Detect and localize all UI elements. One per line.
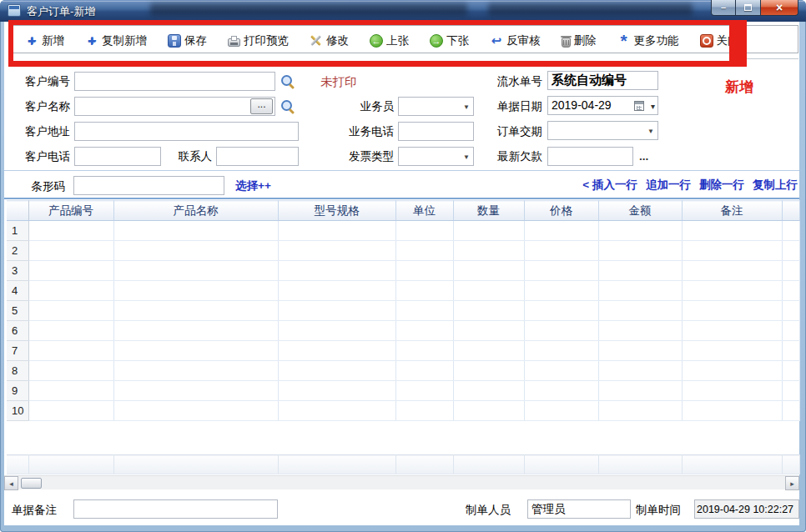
delete-row-link[interactable]: 删除一行 xyxy=(699,178,744,193)
grid-cell[interactable] xyxy=(598,321,682,341)
search-icon[interactable] xyxy=(280,74,295,88)
grid-cell[interactable] xyxy=(278,261,395,281)
toolbar-button-next[interactable]: → 下张 xyxy=(430,33,469,48)
grid-cell[interactable] xyxy=(682,401,782,421)
toolbar-button-unaudit[interactable]: ↩ 反审核 xyxy=(490,33,541,48)
grid-cell[interactable] xyxy=(113,401,278,421)
scroll-left-button[interactable]: ◂ xyxy=(4,476,18,490)
grid-cell[interactable] xyxy=(113,381,278,401)
grid-cell[interactable] xyxy=(395,401,453,421)
grid-cell[interactable] xyxy=(524,261,598,281)
grid-cell[interactable] xyxy=(453,281,524,301)
grid-cell[interactable] xyxy=(278,341,395,361)
chevron-down-icon[interactable]: ▼ xyxy=(463,154,470,161)
grid-cell[interactable] xyxy=(113,281,278,301)
toolbar-button-print-preview[interactable]: 打印预览 xyxy=(228,33,289,48)
grid-cell[interactable] xyxy=(682,361,782,381)
append-row-link[interactable]: 追加一行 xyxy=(646,178,691,193)
grid-cell[interactable] xyxy=(113,361,278,381)
grid-cell[interactable] xyxy=(278,401,395,421)
grid-cell[interactable] xyxy=(524,241,598,261)
grid-cell[interactable] xyxy=(524,381,598,401)
invoice-type-select[interactable]: ▼ xyxy=(398,147,474,166)
grid-cell[interactable] xyxy=(598,301,682,321)
grid-cell[interactable] xyxy=(278,241,395,261)
browse-button[interactable]: ... xyxy=(250,98,273,114)
grid-cell[interactable] xyxy=(28,321,113,341)
grid-cell[interactable] xyxy=(453,401,524,421)
grid-cell[interactable] xyxy=(113,341,278,361)
grid-cell[interactable] xyxy=(682,221,782,241)
toolbar-button-more[interactable]: * 更多功能 xyxy=(617,33,679,48)
grid-cell[interactable] xyxy=(28,261,113,281)
customer-no-input[interactable] xyxy=(74,72,275,91)
toolbar-button-save[interactable]: 保存 xyxy=(168,33,207,48)
grid-cell[interactable] xyxy=(113,221,278,241)
grid-cell[interactable] xyxy=(453,241,524,261)
grid-cell[interactable] xyxy=(278,301,395,321)
grid-cell[interactable] xyxy=(395,361,453,381)
grid-cell[interactable] xyxy=(453,341,524,361)
grid-cell[interactable] xyxy=(395,261,453,281)
grid-cell[interactable] xyxy=(524,401,598,421)
chevron-down-icon[interactable]: ▾ xyxy=(651,103,655,111)
barcode-input[interactable] xyxy=(73,176,224,195)
grid-cell[interactable] xyxy=(113,261,278,281)
minimize-button[interactable]: – xyxy=(711,0,736,16)
grid-cell[interactable] xyxy=(278,321,395,341)
grid-cell[interactable] xyxy=(113,241,278,261)
grid-cell[interactable] xyxy=(682,381,782,401)
grid-cell[interactable] xyxy=(524,361,598,381)
toolbar-button-close[interactable]: 关闭 xyxy=(700,33,739,48)
grid-cell[interactable] xyxy=(28,361,113,381)
scrollbar-thumb[interactable] xyxy=(21,478,42,489)
col-header-price[interactable]: 价格 xyxy=(524,201,598,221)
grid-cell[interactable] xyxy=(28,281,113,301)
chevron-down-icon[interactable]: ▼ xyxy=(463,104,470,111)
toolbar-button-copy-add[interactable]: + 复制新增 xyxy=(85,33,147,48)
grid-cell[interactable] xyxy=(524,281,598,301)
horizontal-scrollbar[interactable]: ◂ ▸ xyxy=(4,475,799,489)
grid-cell[interactable] xyxy=(524,221,598,241)
grid-cell[interactable] xyxy=(453,261,524,281)
grid-cell[interactable] xyxy=(598,381,682,401)
grid-cell[interactable] xyxy=(453,221,524,241)
grid-cell[interactable] xyxy=(395,281,453,301)
grid-cell[interactable] xyxy=(682,261,782,281)
grid-cell[interactable] xyxy=(28,241,113,261)
debt-more-button[interactable]: ... xyxy=(639,147,648,166)
grid-cell[interactable] xyxy=(524,301,598,321)
latest-debt-input[interactable] xyxy=(547,147,633,166)
serial-no-input[interactable] xyxy=(547,71,658,90)
col-header-model-spec[interactable]: 型号规格 xyxy=(278,201,395,221)
customer-name-input[interactable] xyxy=(74,97,275,116)
grid-cell[interactable] xyxy=(682,321,782,341)
creator-input[interactable] xyxy=(527,499,631,519)
grid-cell[interactable] xyxy=(278,361,395,381)
salesman-select[interactable]: ▼ xyxy=(398,97,474,116)
delivery-date-select[interactable]: ▼ xyxy=(547,121,658,140)
grid-cell[interactable] xyxy=(278,281,395,301)
business-phone-input[interactable] xyxy=(398,122,474,141)
select-plus-link[interactable]: 选择++ xyxy=(235,176,271,195)
grid-cell[interactable] xyxy=(395,321,453,341)
grid-cell[interactable] xyxy=(395,301,453,321)
grid-cell[interactable] xyxy=(395,341,453,361)
maximize-button[interactable] xyxy=(736,0,760,16)
grid-cell[interactable] xyxy=(598,341,682,361)
grid-cell[interactable] xyxy=(598,221,682,241)
grid-cell[interactable] xyxy=(682,281,782,301)
grid-cell[interactable] xyxy=(395,241,453,261)
grid-cell[interactable] xyxy=(598,261,682,281)
grid-cell[interactable] xyxy=(453,321,524,341)
grid-cell[interactable] xyxy=(453,301,524,321)
grid-cell[interactable] xyxy=(524,341,598,361)
toolbar-button-prev[interactable]: ← 上张 xyxy=(370,33,409,48)
col-header-amount[interactable]: 金额 xyxy=(598,201,682,221)
grid-cell[interactable] xyxy=(682,301,782,321)
grid-cell[interactable] xyxy=(598,281,682,301)
copy-row-link[interactable]: 复制上行 xyxy=(753,178,798,193)
grid-cell[interactable] xyxy=(28,401,113,421)
chevron-down-icon[interactable]: ▼ xyxy=(647,128,654,135)
col-header-product-no[interactable]: 产品编号 xyxy=(28,201,113,221)
